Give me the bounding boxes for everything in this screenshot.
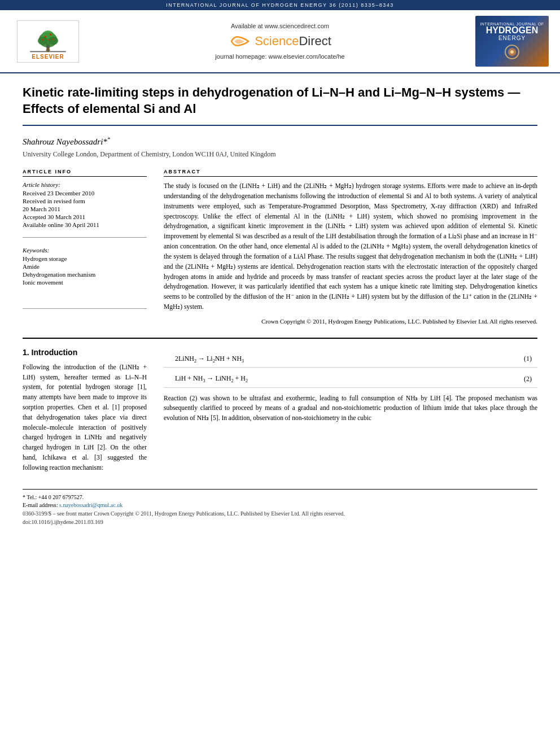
elsevier-logo-area: ELSEVIER <box>11 20 85 63</box>
footnote-telephone: * Tel.: +44 0 207 6797527. <box>23 494 537 500</box>
received-revised-label: Received in revised form <box>23 198 147 204</box>
keyword-4: Ionic movement <box>23 279 147 286</box>
svg-point-8 <box>48 39 50 41</box>
author-footnote-marker: * <box>107 136 110 142</box>
abstract-text: The study is focused on the (LiNH₂ + LiH… <box>164 181 537 326</box>
available-at-text: Available at www.sciencedirect.com <box>85 23 475 29</box>
sciencedirect-icon <box>229 33 251 50</box>
footnote-email: E-mail address: s.nayebossadri@qmul.ac.u… <box>23 502 537 508</box>
abstract-label: Abstract <box>164 169 537 177</box>
journal-header: International Journal of Hydrogen Energy… <box>0 0 560 10</box>
svg-point-6 <box>45 36 47 38</box>
intro-paragraph-2: Reaction (2) was shown to be ultrafast a… <box>164 394 537 423</box>
banner-center: Available at www.sciencedirect.com Scien… <box>85 23 475 60</box>
article-info-label: Article Info <box>23 169 147 177</box>
history-label: Article history: <box>23 181 147 188</box>
main-content: Kinetic rate-limiting steps in dehydroge… <box>0 73 560 536</box>
available-online: Available online 30 April 2011 <box>23 221 147 228</box>
svg-point-4 <box>38 37 48 45</box>
intro-right-col: 2LiNH2 → Li2NH + NH3 (1) LiH + NH3 → LiN… <box>164 348 537 478</box>
keyword-1: Hydrogen storage <box>23 255 147 262</box>
intro-left-text: Following the introduction of the (LiNH₂… <box>23 362 147 473</box>
footer-doi: doi:10.1016/j.ijhydene.2011.03.169 <box>23 519 537 525</box>
svg-point-10 <box>53 38 54 40</box>
accepted-date: Accepted 30 March 2011 <box>23 213 147 220</box>
keyword-2: Amide <box>23 263 147 270</box>
journal-cover-graphic <box>495 43 529 60</box>
footer-section: * Tel.: +44 0 207 6797527. E-mail addres… <box>23 489 537 525</box>
intro-paragraph-1: Following the introduction of the (LiNH₂… <box>23 362 147 473</box>
info-divider <box>23 237 147 238</box>
keyword-3: Dehydrogenation mechanism <box>23 271 147 278</box>
email-link[interactable]: s.nayebossadri@qmul.ac.uk <box>59 502 123 508</box>
keywords-divider <box>23 308 147 309</box>
equation-1-number: (1) <box>524 355 537 363</box>
svg-point-5 <box>48 37 58 45</box>
author-name: Shahrouz Nayebossadri* <box>23 137 107 146</box>
received-date: Received 23 December 2010 <box>23 190 147 196</box>
authors: Shahrouz Nayebossadri** <box>23 136 537 147</box>
sciencedirect-text: ScienceDirect <box>255 34 331 49</box>
equation-1: 2LiNH2 → Li2NH + NH3 (1) <box>164 352 537 368</box>
elsevier-tree-icon <box>25 25 71 54</box>
equation-2-number: (2) <box>524 375 537 383</box>
banner: ELSEVIER Available at www.sciencedirect.… <box>0 10 560 73</box>
svg-point-16 <box>510 50 514 54</box>
svg-point-11 <box>46 45 49 48</box>
article-title: Kinetic rate-limiting steps in dehydroge… <box>23 85 537 126</box>
svg-point-7 <box>50 33 52 36</box>
article-info-column: Article Info Article history: Received 2… <box>23 169 147 326</box>
copyright-text: Crown Copyright © 2011, Hydrogen Energy … <box>164 317 537 326</box>
section-divider <box>23 338 537 339</box>
abstract-column: Abstract The study is focused on the (Li… <box>164 169 537 326</box>
journal-header-text: International Journal of Hydrogen Energy… <box>166 2 394 8</box>
journal-thumbnail-hydrogen: HYDROGEN <box>486 26 538 35</box>
equation-1-formula: 2LiNH2 → Li2NH + NH3 <box>164 355 524 364</box>
elsevier-logo: ELSEVIER <box>17 20 79 63</box>
journal-thumbnail-energy: ENERGY <box>498 35 526 41</box>
abstract-paragraph: The study is focused on the (LiNH₂ + LiH… <box>164 181 537 312</box>
affiliation: University College London, Department of… <box>23 150 537 159</box>
sciencedirect-logo: ScienceDirect <box>85 33 475 50</box>
intro-right-text: Reaction (2) was shown to be ultrafast a… <box>164 394 537 423</box>
equation-2: LiH + NH3 → LiNH2 + H2 (2) <box>164 372 537 387</box>
intro-left-col: 1. Introduction Following the introducti… <box>23 348 147 478</box>
introduction-section: 1. Introduction Following the introducti… <box>23 348 537 478</box>
journal-thumbnail: International Journal of HYDROGEN ENERGY <box>475 16 549 67</box>
section-title: Introduction <box>32 348 78 357</box>
svg-point-9 <box>42 39 44 41</box>
article-history: Article history: Received 23 December 20… <box>23 181 147 228</box>
article-info-abstract: Article Info Article history: Received 2… <box>23 169 537 326</box>
keywords-label: Keywords: <box>23 247 147 254</box>
section-number: 1. <box>23 348 29 357</box>
footer-copyright: 0360-3199/$ – see front matter Crown Cop… <box>23 510 537 517</box>
keywords-section: Keywords: Hydrogen storage Amide Dehydro… <box>23 247 147 286</box>
equation-2-formula: LiH + NH3 → LiNH2 + H2 <box>164 374 524 383</box>
revised-date: 20 March 2011 <box>23 206 147 212</box>
elsevier-brand-text: ELSEVIER <box>32 54 64 60</box>
journal-homepage-text: journal homepage: www.elsevier.com/locat… <box>85 53 475 60</box>
intro-heading: 1. Introduction <box>23 348 147 357</box>
email-label: E-mail address: <box>23 502 58 508</box>
